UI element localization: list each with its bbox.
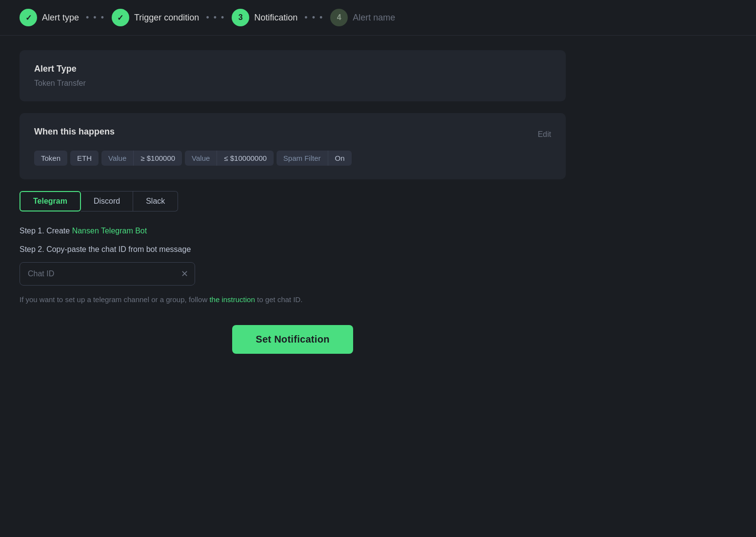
step2-instruction: Step 2. Copy-paste the chat ID from bot … bbox=[20, 244, 566, 255]
step-label-alert-name: Alert name bbox=[353, 13, 395, 23]
tab-telegram[interactable]: Telegram bbox=[20, 191, 81, 211]
notification-section: Telegram Discord Slack Step 1. Create Na… bbox=[20, 191, 566, 354]
instruction-prefix: If you want to set up a telegram channel… bbox=[20, 295, 209, 304]
nansen-telegram-bot-link[interactable]: Nansen Telegram Bot bbox=[72, 227, 147, 235]
tag-pair-value-max: Value ≤ $10000000 bbox=[185, 151, 274, 166]
instruction-suffix: to get chat ID. bbox=[255, 295, 303, 304]
step-check-icon-1: ✓ bbox=[20, 9, 37, 26]
step-label-notification: Notification bbox=[254, 13, 298, 23]
step-trigger-condition: ✓ Trigger condition bbox=[112, 9, 199, 26]
step-label-trigger-condition: Trigger condition bbox=[134, 13, 199, 23]
set-notification-button[interactable]: Set Notification bbox=[232, 325, 353, 354]
tag-eth: ETH bbox=[70, 151, 99, 166]
alert-type-title: Alert Type bbox=[34, 64, 551, 74]
step-label-alert-type: Alert type bbox=[42, 13, 79, 23]
tags-row: Token ETH Value ≥ $100000 Value ≤ $10000… bbox=[34, 151, 551, 166]
step-dots-1: • • • bbox=[86, 13, 105, 23]
step-dots-2: • • • bbox=[206, 13, 225, 23]
tab-slack[interactable]: Slack bbox=[133, 191, 178, 211]
when-title: When this happens bbox=[34, 127, 115, 137]
tag-pair-value-min: Value ≥ $100000 bbox=[101, 151, 182, 166]
when-card-header: When this happens Edit bbox=[34, 127, 551, 142]
steps-bar: ✓ Alert type • • • ✓ Trigger condition •… bbox=[0, 0, 756, 36]
step1-instruction: Step 1. Create Nansen Telegram Bot bbox=[20, 225, 566, 237]
step-number-active: 3 bbox=[232, 9, 249, 26]
tag-pair-spam-filter: Spam Filter On bbox=[277, 151, 352, 166]
tag-pair-left-1: Value bbox=[101, 151, 134, 166]
chat-id-input-wrapper: ✕ bbox=[20, 262, 195, 286]
step-dots-3: • • • bbox=[304, 13, 323, 23]
alert-type-value: Token Transfer bbox=[34, 79, 551, 88]
tag-pair-right-3: On bbox=[328, 151, 352, 166]
clear-icon[interactable]: ✕ bbox=[181, 268, 188, 279]
main-content: Alert Type Token Transfer When this happ… bbox=[0, 36, 585, 368]
step-number-inactive: 4 bbox=[330, 9, 348, 26]
tag-pair-right-2: ≤ $10000000 bbox=[217, 151, 273, 166]
edit-button[interactable]: Edit bbox=[537, 130, 551, 139]
tag-pair-left-3: Spam Filter bbox=[277, 151, 328, 166]
tag-token: Token bbox=[34, 151, 67, 166]
instruction-text: If you want to set up a telegram channel… bbox=[20, 294, 566, 306]
step1-prefix: Step 1. Create bbox=[20, 227, 72, 235]
step-alert-type: ✓ Alert type bbox=[20, 9, 79, 26]
chat-id-input[interactable] bbox=[20, 262, 195, 286]
alert-type-card: Alert Type Token Transfer bbox=[20, 50, 566, 101]
tab-discord[interactable]: Discord bbox=[81, 191, 133, 211]
instruction-link[interactable]: the instruction bbox=[209, 295, 255, 304]
when-card: When this happens Edit Token ETH Value ≥… bbox=[20, 113, 566, 179]
step-alert-name: 4 Alert name bbox=[330, 9, 395, 26]
tag-pair-left-2: Value bbox=[185, 151, 217, 166]
tabs-row: Telegram Discord Slack bbox=[20, 191, 566, 211]
step-notification: 3 Notification bbox=[232, 9, 298, 26]
step-check-icon-2: ✓ bbox=[112, 9, 129, 26]
tag-pair-right-1: ≥ $100000 bbox=[134, 151, 182, 166]
